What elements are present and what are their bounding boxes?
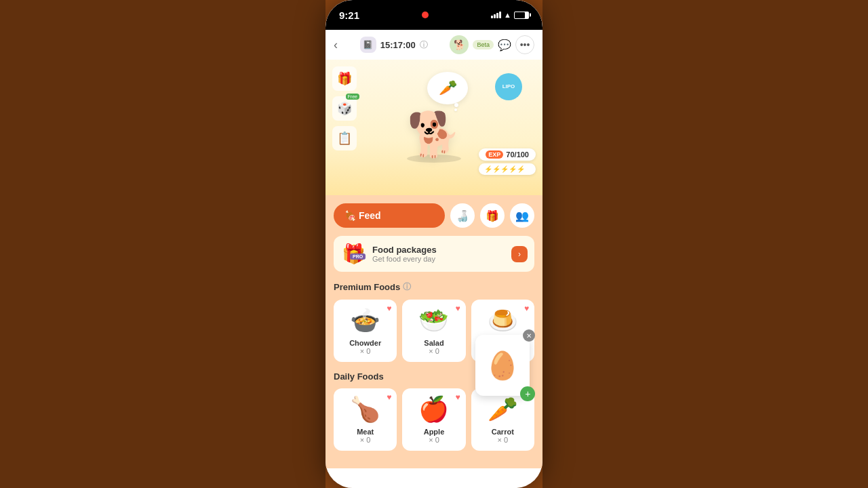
package-arrow[interactable]: › [511, 246, 528, 262]
thought-dot-large [454, 103, 458, 107]
add-egg-button[interactable]: + [520, 386, 535, 401]
package-title: Food packages [372, 245, 437, 255]
heart-icon-meat: ♥ [387, 392, 391, 402]
apple-icon: 🍎 [418, 395, 449, 424]
chowder-count: × 0 [360, 347, 371, 355]
status-icons: ▲ [491, 11, 529, 19]
top-nav: ‹ 📓 15:17:00 ⓘ 🐕 Beta 💬 ••• [326, 30, 542, 60]
feed-icon: 🍖 [344, 210, 356, 221]
status-time: 9:21 [339, 9, 359, 21]
feed-tab[interactable]: 🍖 Feed [334, 203, 445, 228]
book-icon: 📓 [363, 40, 373, 49]
carrot-count: × 0 [498, 436, 509, 444]
chat-icon: 💬 [498, 39, 511, 52]
free-badge: Free [346, 94, 359, 100]
clipboard-icon: 📋 [337, 131, 352, 146]
meat-name: Meat [357, 428, 374, 436]
heart-icon-salad: ♥ [456, 304, 460, 313]
apple-name: Apple [424, 428, 445, 436]
pet-character: 🥕 🐕 [407, 106, 461, 163]
thought-food-icon: 🥕 [439, 79, 457, 97]
food-card-meat[interactable]: ♥ 🍗 Meat × 0 [334, 388, 397, 451]
exp-bar: EXP 70/100 ⚡⚡⚡⚡⚡ [479, 148, 536, 175]
heart-icon-chowder: ♥ [387, 304, 391, 313]
bottom-panel: 🍖 Feed 🍶 🎁 👥 🎁 PRO Food packages Get foo… [326, 195, 542, 468]
stars-row: ⚡⚡⚡⚡⚡ [479, 163, 536, 175]
drink-tab[interactable]: 🍶 [450, 203, 475, 228]
arrow-icon: › [518, 249, 521, 259]
action-tabs: 🍖 Feed 🍶 🎁 👥 [334, 203, 534, 228]
egg-icon: 🥚 [486, 350, 519, 382]
close-egg-button[interactable]: ✕ [523, 329, 535, 342]
exp-value: 70/100 [506, 150, 529, 159]
left-items: 🎁 🎲 Free 📋 [332, 66, 357, 150]
daily-foods-grid: ♥ 🍗 Meat × 0 ♥ 🍎 Apple × 0 ♥ 🥕 Carrot × … [334, 388, 534, 451]
pudding-icon: 🍮 [488, 306, 518, 335]
nav-center: 📓 15:17:00 ⓘ [360, 37, 428, 53]
food-card-salad[interactable]: ♥ 🥗 Salad × 0 [402, 300, 465, 362]
wifi-icon: ▲ [504, 11, 511, 19]
nav-icon-box: 📓 [360, 37, 376, 53]
dog-character: 🐕 [407, 109, 461, 160]
more-button[interactable]: ••• [515, 35, 534, 54]
chowder-name: Chowder [349, 339, 381, 347]
social-tab[interactable]: 👥 [510, 203, 534, 228]
nav-right: 🐕 Beta 💬 ••• [450, 35, 534, 54]
exp-label: EXP [486, 150, 503, 159]
book-item[interactable]: 📋 [332, 126, 357, 150]
pet-area: 🎁 🎲 Free 📋 🥕 🐕 [326, 60, 542, 195]
pro-badge: PRO [350, 253, 366, 260]
dice-icon: 🎲 [337, 101, 352, 116]
heart-icon-apple: ♥ [456, 392, 460, 402]
floating-egg-card: ✕ 🥚 + [475, 335, 530, 396]
salad-name: Salad [424, 339, 443, 347]
people-icon: 👥 [515, 209, 529, 222]
carrot-name: Carrot [492, 428, 514, 436]
food-card-apple[interactable]: ♥ 🍎 Apple × 0 [402, 388, 465, 451]
nav-info-icon: ⓘ [420, 39, 428, 51]
gift-tab-icon: 🎁 [486, 209, 499, 222]
phone-container: 9:21 ▲ ‹ 📓 15:17:00 ⓘ [326, 0, 542, 488]
battery-fill [515, 12, 525, 18]
left-panel [0, 0, 326, 488]
meat-icon: 🍗 [350, 395, 380, 424]
food-card-pudding[interactable]: ♥ 🍮 Pudding × 0 ✕ 🥚 + [471, 300, 534, 362]
meat-count: × 0 [360, 436, 371, 444]
camera-pill [398, 5, 452, 24]
gift-tab[interactable]: 🎁 [480, 203, 505, 228]
package-icon-wrap: 🎁 PRO [342, 243, 366, 265]
premium-foods-title: Premium Foods ⓘ [334, 281, 534, 293]
back-button[interactable]: ‹ [334, 38, 338, 52]
gift-item[interactable]: 🎁 [332, 66, 357, 91]
bottle-icon: 🍶 [456, 209, 469, 222]
premium-foods-grid: ♥ 🍲 Chowder × 0 ♥ 🥗 Salad × 0 ♥ 🍮 Puddin… [334, 300, 534, 362]
camera-dot [422, 12, 429, 18]
package-text: Food packages Get food every day [372, 245, 437, 263]
gift-icon: 🎁 [337, 71, 352, 86]
heart-icon-pudding: ♥ [524, 304, 529, 313]
nav-timer: 15:17:00 [380, 40, 416, 50]
thought-bubble: 🥕 [427, 72, 468, 104]
avatar-emoji: 🐕 [454, 39, 465, 50]
signal-icon [491, 12, 501, 18]
food-card-chowder[interactable]: ♥ 🍲 Chowder × 0 [334, 300, 397, 362]
right-panel [542, 0, 868, 488]
pet-avatar[interactable]: 🐕 [450, 35, 469, 54]
salad-icon: 🥗 [418, 306, 449, 335]
food-package-banner[interactable]: 🎁 PRO Food packages Get food every day › [334, 236, 534, 272]
chowder-icon: 🍲 [350, 306, 380, 335]
apple-count: × 0 [429, 436, 439, 444]
salad-count: × 0 [429, 347, 439, 355]
exp-badge: EXP 70/100 [479, 148, 536, 161]
carrot-icon: 🥕 [488, 395, 518, 424]
premium-info-icon: ⓘ [403, 281, 411, 293]
lipo-badge[interactable]: LIPO [495, 73, 522, 100]
status-bar: 9:21 ▲ [326, 0, 542, 30]
package-subtitle: Get food every day [372, 255, 437, 263]
battery-icon [514, 12, 529, 19]
free-item[interactable]: 🎲 Free [332, 96, 357, 121]
beta-badge: Beta [473, 40, 494, 49]
